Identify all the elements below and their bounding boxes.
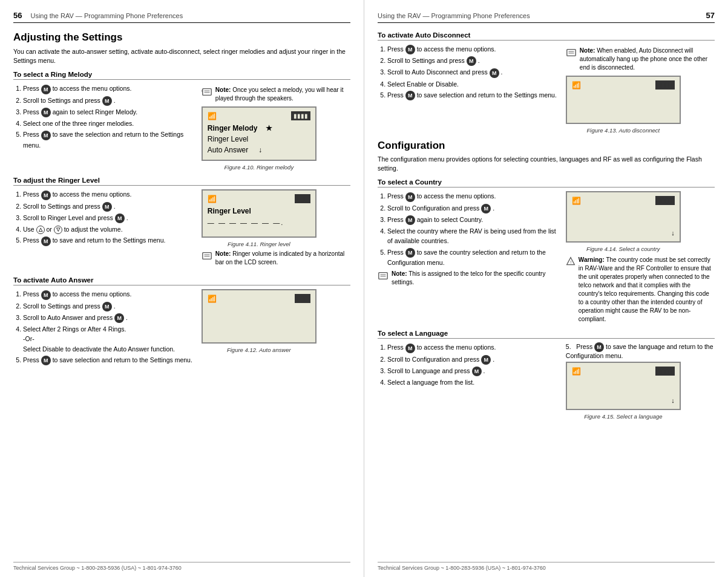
lcd-auto-disconnect: 📶 ▮▮▮▮ — [566, 76, 681, 124]
step: Press M to access the menu options. — [23, 189, 195, 200]
lcd-select-language: 📶 ▮▮▮▮ ↓ — [566, 362, 681, 410]
auto-disconnect-steps-col: Press M to access the menu options. Scro… — [378, 44, 560, 134]
step: Use △ or ▽ to adjust the volume. — [23, 224, 195, 234]
lcd-down-arrow: ↓ — [671, 228, 675, 238]
step: Press M to save selection and return to … — [23, 355, 195, 365]
right-page-header-title: Using the RAV — Programming Phone Prefer… — [378, 12, 530, 19]
m-button: M — [405, 215, 415, 225]
m-button: M — [115, 214, 125, 223]
note-icon — [202, 250, 212, 261]
auto-disconnect-section: Press M to access the menu options. Scro… — [378, 44, 715, 134]
step: Scroll to Ringer Level and press M . — [23, 213, 195, 223]
fig-caption-select-country: Figure 4.14. Select a country — [566, 246, 681, 252]
m-button: M — [41, 290, 51, 300]
m-button: M — [102, 96, 112, 106]
m-button: M — [102, 202, 112, 212]
lcd-auto-answer: 📶 ▮▮▮ — [202, 289, 316, 344]
m-button: M — [405, 344, 415, 353]
lcd-battery-icon: ▮▮▮▮ — [655, 196, 675, 205]
left-page-number: 56 — [13, 11, 22, 20]
section-title-configuration: Configuration — [378, 140, 715, 152]
lcd-battery-icon: ▮▮▮ — [295, 294, 310, 303]
configuration-intro: The configuration menu provides options … — [378, 155, 715, 172]
step: Press M to access the menu options. — [23, 83, 195, 94]
step: Select the country where the RAV is bein… — [387, 226, 560, 246]
lcd-ring-melody: 📶 ▮▮▮▮ Ringer Melody ★ Ringer Level Auto… — [202, 106, 316, 161]
step: Scroll to Settings and press M . — [23, 301, 195, 311]
auto-disconnect-note: Note: When enabled, Auto Disconnect will… — [566, 47, 715, 72]
step: Press M to access the menu options. — [387, 191, 560, 201]
step: Press M to access the menu options. — [387, 342, 560, 353]
subsection-ring-melody-title: To select a Ring Melody — [13, 71, 350, 80]
warning-icon: ! — [566, 256, 576, 266]
ring-melody-steps: Press M to access the menu options. Scro… — [13, 83, 195, 149]
select-language-figure-col: 5. Press M to save the language and retu… — [566, 342, 715, 420]
lcd-menu-ringer-melody: Ringer Melody ★ — [208, 123, 310, 134]
subsection-select-country-title: To select a Country — [378, 178, 715, 187]
step: Press M again to select Ringer Melody. — [23, 107, 195, 117]
select-language-step5: 5. Press M to save the language and retu… — [566, 342, 715, 359]
select-country-warning: ! Warning: The country code must be set … — [566, 256, 715, 324]
step: Scroll to Configuration and press M . — [387, 203, 560, 214]
step: Scroll to Settings and press M . — [387, 56, 560, 66]
lcd-signal-icon: 📶 — [572, 367, 581, 376]
lcd-top-bar: 📶 ▮▮▮▮ — [572, 196, 675, 205]
subsection-ringer-level-title: To adjust the Ringer Level — [13, 177, 350, 186]
m-button: M — [102, 302, 112, 311]
svg-rect-9 — [379, 273, 387, 279]
m-button: M — [405, 91, 415, 100]
select-country-note: Note: This is assigned to the telco for … — [378, 270, 560, 287]
ringer-level-steps-col: Press M to access the menu options. Scro… — [13, 189, 195, 270]
ringer-level-note: Note: Ringer volume is indicated by a ho… — [202, 250, 350, 267]
select-country-warning-text: Warning: The country code must be set co… — [579, 256, 715, 324]
step: Scroll to Configuration and press M . — [387, 354, 560, 365]
fig-caption-select-language: Figure 4.15. Select a language — [566, 413, 681, 420]
fig-caption-auto-disconnect: Figure 4.13. Auto disconnect — [566, 127, 681, 134]
lcd-signal-icon: 📶 — [572, 197, 581, 205]
lcd-signal-icon: 📶 — [208, 112, 217, 120]
m-button: M — [481, 204, 491, 214]
lcd-top-bar: 📶 ▮▮▮▮ — [208, 111, 310, 120]
scroll-up-btn: △ — [36, 226, 45, 234]
lcd-top-bar: 📶 ▮▮▮ — [208, 294, 310, 303]
ring-melody-steps-col: Press M to access the menu options. Scro… — [13, 83, 195, 171]
step: Select After 2 Rings or After 4 Rings.-O… — [23, 324, 195, 354]
m-button: M — [41, 131, 51, 140]
ring-melody-note-text: Note: Once you select a melody, you will… — [215, 86, 350, 103]
step: Select a language from the list. — [387, 377, 560, 387]
auto-answer-section: Press M to access the menu options. Scro… — [13, 289, 350, 367]
m-button: M — [114, 313, 124, 323]
step: Select one of the three ringer melodies. — [23, 119, 195, 128]
step: Press M again to select Country. — [387, 215, 560, 225]
select-language-section: Press M to access the menu options. Scro… — [378, 342, 715, 420]
svg-text:!: ! — [570, 259, 571, 265]
step: Press M to access the menu options. — [23, 289, 195, 299]
svg-rect-6 — [567, 50, 576, 56]
lcd-select-country: 📶 ▮▮▮▮ ↓ — [566, 191, 681, 243]
fig-caption-ringer-level: Figure 4.11. Ringer level — [202, 241, 316, 247]
m-button: M — [490, 68, 499, 78]
lcd-ringer-level-content: Ringer Level — — — — — — —. — [208, 206, 310, 228]
svg-rect-0 — [203, 89, 211, 96]
step: Press M to save the selection and return… — [23, 129, 195, 149]
step: Scroll to Language and press M . — [387, 366, 560, 376]
m-button: M — [405, 248, 415, 258]
m-button: M — [41, 108, 51, 117]
step: Scroll to Settings and press M . — [23, 201, 195, 212]
left-page-header: 56 Using the RAV — Programming Phone Pre… — [13, 11, 350, 23]
m-button: M — [405, 192, 415, 202]
lcd-battery-icon: ▮▮▮▮ — [655, 367, 675, 376]
ringer-level-figure-col: 📶 ▮▮▮ Ringer Level — — — — — — —. Figure… — [202, 189, 350, 270]
lcd-down-arrow: ↓ — [671, 396, 675, 406]
auto-disconnect-steps: Press M to access the menu options. Scro… — [378, 44, 560, 100]
subsection-auto-disconnect-title: To activate Auto Disconnect — [378, 31, 715, 41]
m-button: M — [472, 367, 482, 376]
step: Scroll to Settings and press M . — [23, 96, 195, 106]
section-intro: You can activate the auto-answer setting… — [13, 47, 350, 65]
select-country-figure-col: 📶 ▮▮▮▮ ↓ Figure 4.14. Select a country !… — [566, 191, 715, 324]
right-footer: Technical Services Group ~ 1-800-283-593… — [378, 562, 715, 571]
note-icon — [378, 270, 389, 281]
lcd-top-bar: 📶 ▮▮▮▮ — [572, 80, 675, 90]
select-country-section: Press M to access the menu options. Scro… — [378, 191, 715, 324]
ringer-level-note-text: Note: Ringer volume is indicated by a ho… — [215, 250, 350, 267]
